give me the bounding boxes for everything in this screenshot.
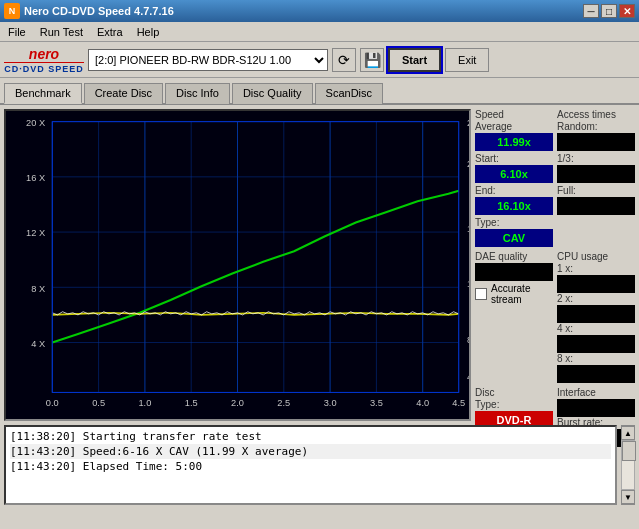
interface-value <box>557 399 635 417</box>
cpu-section: DAE quality Accurate stream CPU usage 1 … <box>475 251 635 383</box>
toolbar: nero CD·DVD SPEED [2:0] PIONEER BD-RW BD… <box>0 42 639 78</box>
onethird-value <box>557 165 635 183</box>
average-label: Average <box>475 121 553 132</box>
svg-text:16: 16 <box>467 223 469 234</box>
speed-header: Speed <box>475 109 553 120</box>
tab-benchmark[interactable]: Benchmark <box>4 83 82 104</box>
accurate-stream-row: Accurate stream <box>475 283 553 305</box>
svg-text:0.0: 0.0 <box>46 397 59 408</box>
svg-text:3.0: 3.0 <box>324 397 337 408</box>
menu-extra[interactable]: Extra <box>91 24 129 40</box>
svg-text:1.5: 1.5 <box>185 397 198 408</box>
average-value: 11.99x <box>475 133 553 151</box>
cpu-4x-value <box>557 335 635 353</box>
chart-svg: 20 X 16 X 12 X 8 X 4 X 24 20 16 12 8 4 0… <box>6 111 469 419</box>
svg-text:4: 4 <box>467 371 469 382</box>
nero-logo-text: nero <box>29 46 59 62</box>
window-title: Nero CD-DVD Speed 4.7.7.16 <box>24 5 174 17</box>
tab-bar: Benchmark Create Disc Disc Info Disc Qua… <box>0 78 639 105</box>
menu-bar: File Run Test Extra Help <box>0 22 639 42</box>
menu-file[interactable]: File <box>2 24 32 40</box>
bottom-area: [11:38:20] Starting transfer rate test [… <box>4 425 635 505</box>
title-bar: N Nero CD-DVD Speed 4.7.7.16 ─ □ ✕ <box>0 0 639 22</box>
scroll-down-button[interactable]: ▼ <box>621 490 635 504</box>
accurate-stream-label: Accurate stream <box>491 283 530 305</box>
title-bar-left: N Nero CD-DVD Speed 4.7.7.16 <box>4 3 174 19</box>
disc-type-label: Type: <box>475 399 553 410</box>
svg-text:2.5: 2.5 <box>277 397 290 408</box>
menu-help[interactable]: Help <box>131 24 166 40</box>
svg-text:2.0: 2.0 <box>231 397 244 408</box>
cpu-8x-value <box>557 365 635 383</box>
start-label: Start: <box>475 153 553 164</box>
app-icon: N <box>4 3 20 19</box>
svg-text:8: 8 <box>467 333 469 344</box>
speed-section: Speed Average 11.99x Access times Random… <box>475 109 635 247</box>
full-label: Full: <box>557 185 635 196</box>
onethird-label: 1/3: <box>557 153 635 164</box>
accurate-stream-checkbox[interactable] <box>475 288 487 300</box>
svg-text:4.5: 4.5 <box>452 397 465 408</box>
full-value <box>557 197 635 215</box>
cpu-2x-value <box>557 305 635 323</box>
svg-text:1.0: 1.0 <box>138 397 151 408</box>
end-label: End: <box>475 185 553 196</box>
cpu-header: CPU usage <box>557 251 635 262</box>
drive-selector[interactable]: [2:0] PIONEER BD-RW BDR-S12U 1.00 <box>88 49 328 71</box>
cpu-4x-label: 4 x: <box>557 323 635 334</box>
log-line-3: [11:43:20] Elapsed Time: 5:00 <box>10 459 611 474</box>
svg-text:20 X: 20 X <box>26 117 46 128</box>
scroll-up-button[interactable]: ▲ <box>621 426 635 440</box>
cpu-2x-label: 2 x: <box>557 293 635 304</box>
log-scrollbar[interactable]: ▲ ▼ <box>621 425 635 505</box>
svg-text:3.5: 3.5 <box>370 397 383 408</box>
close-button[interactable]: ✕ <box>619 4 635 18</box>
nero-logo: nero CD·DVD SPEED <box>4 45 84 75</box>
cpu-1x-value <box>557 275 635 293</box>
log-line-2: [11:43:20] Speed:6-16 X CAV (11.99 X ave… <box>10 444 611 459</box>
random-value <box>557 133 635 151</box>
save-icon-button[interactable]: 💾 <box>360 48 384 72</box>
svg-text:16 X: 16 X <box>26 172 46 183</box>
scroll-track <box>621 440 635 490</box>
type-label: Type: <box>475 217 553 228</box>
log-container[interactable]: [11:38:20] Starting transfer rate test [… <box>4 425 617 505</box>
log-line-1: [11:38:20] Starting transfer rate test <box>10 429 611 444</box>
tab-create-disc[interactable]: Create Disc <box>84 83 163 104</box>
chart-container: 20 X 16 X 12 X 8 X 4 X 24 20 16 12 8 4 0… <box>4 109 471 421</box>
disc-header: Disc <box>475 387 553 398</box>
dae-value <box>475 263 553 281</box>
dae-header: DAE quality <box>475 251 553 262</box>
exit-button[interactable]: Exit <box>445 48 489 72</box>
tab-scan-disc[interactable]: ScanDisc <box>315 83 383 104</box>
svg-text:20: 20 <box>467 158 469 169</box>
svg-text:4 X: 4 X <box>31 338 46 349</box>
nero-logo-sub: CD·DVD SPEED <box>4 62 84 74</box>
svg-text:24: 24 <box>467 117 469 128</box>
cpu-1x-label: 1 x: <box>557 263 635 274</box>
right-panel: Speed Average 11.99x Access times Random… <box>475 109 635 421</box>
svg-text:8 X: 8 X <box>31 282 46 293</box>
start-button[interactable]: Start <box>388 48 441 72</box>
end-value: 16.10x <box>475 197 553 215</box>
type-value: CAV <box>475 229 553 247</box>
tab-disc-quality[interactable]: Disc Quality <box>232 83 313 104</box>
tab-disc-info[interactable]: Disc Info <box>165 83 230 104</box>
menu-run-test[interactable]: Run Test <box>34 24 89 40</box>
cpu-8x-label: 8 x: <box>557 353 635 364</box>
title-bar-buttons: ─ □ ✕ <box>583 4 635 18</box>
scroll-thumb[interactable] <box>622 441 636 461</box>
random-label: Random: <box>557 121 635 132</box>
interface-label: Interface <box>557 387 635 398</box>
maximize-button[interactable]: □ <box>601 4 617 18</box>
refresh-icon-button[interactable]: ⟳ <box>332 48 356 72</box>
svg-text:4.0: 4.0 <box>416 397 429 408</box>
minimize-button[interactable]: ─ <box>583 4 599 18</box>
start-value: 6.10x <box>475 165 553 183</box>
main-content: 20 X 16 X 12 X 8 X 4 X 24 20 16 12 8 4 0… <box>0 105 639 425</box>
svg-text:0.5: 0.5 <box>92 397 105 408</box>
svg-text:12: 12 <box>467 278 469 289</box>
access-header: Access times <box>557 109 635 120</box>
svg-text:12 X: 12 X <box>26 227 46 238</box>
